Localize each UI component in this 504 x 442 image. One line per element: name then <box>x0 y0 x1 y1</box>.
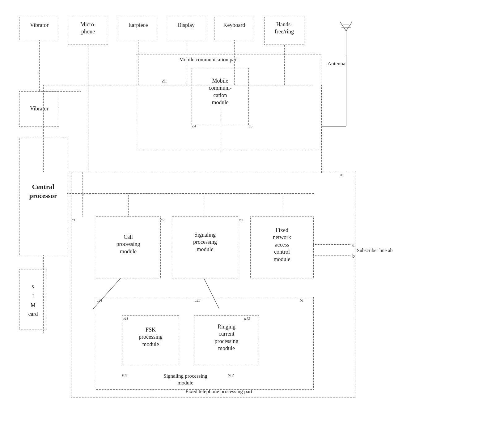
keyboard-label: Keyboard <box>214 22 254 29</box>
svg-line-6 <box>204 278 219 309</box>
hline-d1-left <box>43 85 88 85</box>
a-line <box>313 244 350 245</box>
signaling-processing-label: Signaling processing module <box>172 231 238 253</box>
antenna-symbol <box>337 19 355 56</box>
b1-label: b1 <box>300 298 304 303</box>
vline-d1-down <box>88 85 88 172</box>
vline-vibrator-top <box>39 40 40 91</box>
svg-line-1 <box>340 22 346 31</box>
earpiece-label: Earpiece <box>118 22 158 29</box>
call-processing-label: Call processing module <box>96 234 161 255</box>
b-line <box>313 255 350 255</box>
antenna-label: Antenna <box>328 60 345 67</box>
mobile-comm-part-label: Mobile communication part <box>179 56 275 63</box>
a1-label: a1 <box>340 173 344 178</box>
ringing-current-label: Ringing current processing module <box>194 323 259 352</box>
svg-line-5 <box>93 278 121 309</box>
a12-label: a12 <box>244 316 250 321</box>
vline-earpiece <box>138 40 138 85</box>
vline-mobile-comm-right <box>321 85 322 173</box>
b-label: b <box>352 253 355 260</box>
vline-cp-sim <box>43 255 44 333</box>
display-label: Display <box>166 22 206 29</box>
fixed-network-label: Fixed network access control module <box>250 227 314 263</box>
c3-label: c3 <box>239 217 243 222</box>
vline-keyboard <box>234 40 235 85</box>
handsfree-label: Hands- free/ring <box>264 21 304 36</box>
vibrator-left-label: Vibrator <box>19 105 59 112</box>
central-processor-label: Central processor <box>19 182 67 200</box>
a11-label: a11 <box>123 316 129 321</box>
microphone-label: Micro- phone <box>68 21 108 36</box>
sim-card-label: S I M card <box>19 283 47 319</box>
vline-microphone <box>88 45 88 85</box>
hline-submodule-connect <box>96 297 314 297</box>
vline-to-mobile-comm <box>220 85 220 153</box>
subscriber-line-label: Subscriber line ab <box>357 247 393 254</box>
b11-label: b11 <box>122 373 128 378</box>
a-label: a <box>352 242 354 248</box>
vline-v <box>83 172 83 217</box>
vline-handsfree <box>284 45 285 85</box>
hline-antenna <box>321 126 346 127</box>
b12-label: b12 <box>228 373 234 378</box>
hline-modules-top <box>83 193 314 194</box>
hline-mobile-comm-top <box>220 85 313 85</box>
vline-to-fixed-net <box>282 193 282 217</box>
c1-label: c1 <box>72 217 75 222</box>
c5-label: c5 <box>249 124 252 129</box>
hline-vibrator-central <box>39 91 81 92</box>
fsk-label: FSK processing module <box>122 326 179 348</box>
c2-label: c2 <box>161 217 164 222</box>
vline-to-call-proc <box>128 193 129 217</box>
vibrator-top-label: Vibrator <box>19 22 59 29</box>
vline-antenna <box>346 55 346 126</box>
d1-label: d1 <box>162 78 167 85</box>
vline-central-proc <box>43 85 44 172</box>
diagonal-lines <box>96 278 244 309</box>
vline-to-signal-proc <box>205 193 205 217</box>
vline-display <box>186 40 186 85</box>
diagram-container: Vibrator Micro- phone Earpiece Display K… <box>0 0 504 442</box>
svg-line-2 <box>346 22 352 31</box>
c4-label: c4 <box>192 124 196 129</box>
signaling-processing-sub-label: Signaling processing module <box>142 373 229 386</box>
